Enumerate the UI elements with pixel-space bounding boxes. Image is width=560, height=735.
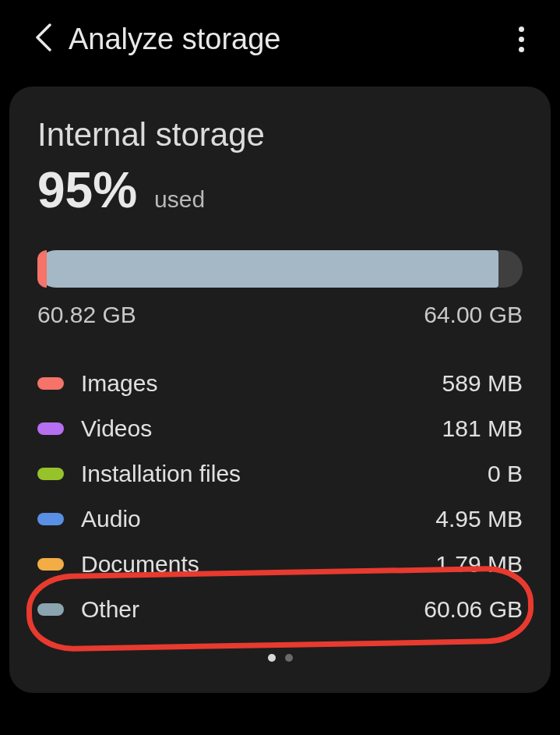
back-icon[interactable] <box>19 20 61 59</box>
overflow-menu-icon[interactable] <box>505 19 538 60</box>
category-size: 4.95 MB <box>435 506 523 532</box>
page-dot-2[interactable] <box>285 654 293 662</box>
category-row[interactable]: Installation files0 B <box>37 451 523 496</box>
app-header: Analyze storage <box>0 0 560 79</box>
category-label: Installation files <box>81 461 488 487</box>
category-color-icon <box>37 468 64 480</box>
category-label: Other <box>81 596 424 623</box>
storage-bar <box>37 250 523 288</box>
used-percent-line: 95% used <box>9 154 551 242</box>
category-row[interactable]: Images589 MB <box>37 361 523 406</box>
used-percent: 95% <box>37 161 137 219</box>
category-row[interactable]: Videos181 MB <box>37 406 523 451</box>
category-label: Videos <box>81 415 442 442</box>
page-dot-1[interactable] <box>268 654 276 662</box>
category-color-icon <box>37 603 64 616</box>
category-list: Images589 MBVideos181 MBInstallation fil… <box>9 353 551 632</box>
category-label: Documents <box>81 551 435 578</box>
category-size: 589 MB <box>442 370 523 397</box>
header-left: Analyze storage <box>19 20 281 59</box>
used-label: used <box>154 186 205 213</box>
storage-bar-segment-images <box>37 250 47 288</box>
category-size: 0 B <box>488 461 523 487</box>
page-title: Analyze storage <box>69 23 281 56</box>
storage-bar-labels: 60.82 GB 64.00 GB <box>9 295 551 353</box>
category-size: 181 MB <box>442 415 523 442</box>
page-indicator <box>9 632 551 662</box>
category-color-icon <box>37 558 64 571</box>
total-size: 64.00 GB <box>424 302 523 328</box>
category-label: Images <box>81 370 442 397</box>
category-size: 60.06 GB <box>424 596 523 623</box>
storage-card: Internal storage 95% used 60.82 GB 64.00… <box>9 87 551 693</box>
category-color-icon <box>37 513 64 525</box>
category-color-icon <box>37 377 64 390</box>
category-row[interactable]: Other60.06 GB <box>37 587 523 632</box>
storage-bar-fill <box>37 250 498 288</box>
section-title: Internal storage <box>9 108 551 154</box>
category-size: 1.79 MB <box>435 551 523 578</box>
category-color-icon <box>37 422 64 435</box>
used-size: 60.82 GB <box>37 302 136 328</box>
category-row[interactable]: Audio4.95 MB <box>37 496 523 542</box>
category-row[interactable]: Documents1.79 MB <box>37 542 523 587</box>
category-label: Audio <box>81 506 435 532</box>
